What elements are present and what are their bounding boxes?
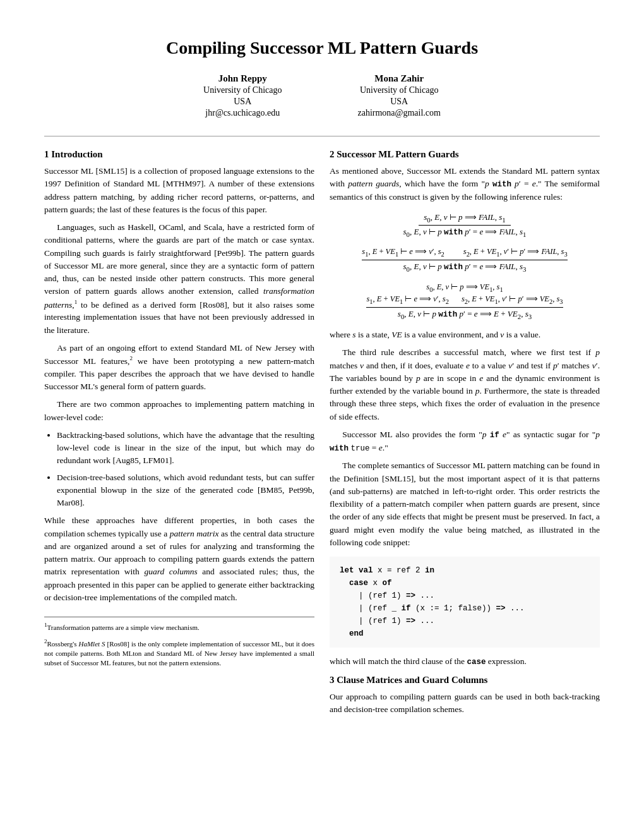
left-column: 1 Introduction Successor ML [SML15] is a… [44, 149, 314, 721]
bullets-list: Backtracking-based solutions, which have… [57, 429, 314, 510]
author-1-country: USA [203, 97, 282, 107]
footnote-1: 1Transformation patterns are a simple vi… [44, 621, 314, 632]
section1-heading: 1 Introduction [44, 149, 314, 160]
author-1-name: John Reppy [203, 73, 282, 84]
section2-para-third-rule: The third rule describes a successful ma… [330, 346, 600, 423]
section2-heading: 2 Successor ML Pattern Guards [330, 149, 600, 160]
rule-3-conclusion: s0, E, v ⊢ p with p′ = e ⟹ E + VE2, s3 [393, 309, 537, 320]
section3-block: 3 Clause Matrices and Guard Columns Our … [330, 675, 600, 716]
section1-para-4: There are two common approaches to imple… [44, 398, 314, 424]
author-1: John Reppy University of Chicago USA jhr… [203, 73, 282, 118]
rule-3-premise-b: s1, E + VE1 ⊢ e ⟹ v′, s2 [366, 294, 448, 305]
rule-1: s0, E, v ⊢ p ⟹ FAIL, s1 s0, E, v ⊢ p wit… [398, 212, 532, 238]
rule-3-premise-c: s2, E + VE1, v′ ⊢ p′ ⟹ VE2, s3 [462, 294, 563, 305]
footnote-2: 2Rossberg's HaMlet S [Ros08] is the only… [44, 638, 314, 668]
rule-2: s1, E + VE1 ⊢ e ⟹ v′, s2 s2, E + VE1, v′… [362, 246, 567, 272]
section3-heading: 3 Clause Matrices and Guard Columns [330, 675, 600, 686]
author-2: Mona Zahir University of Chicago USA zah… [357, 73, 440, 118]
page-title: Compiling Successor ML Pattern Guards [44, 38, 600, 58]
section1-para-1: Successor ML [SML15] is a collection of … [44, 165, 314, 216]
rule-3: s0, E, v ⊢ p ⟹ VE1, s1 s1, E + VE1 ⊢ e ⟹… [366, 282, 563, 320]
section2-para-after-code: which will match the third clause of the… [330, 655, 600, 668]
rule-2-premise-b: s2, E + VE1, v′ ⊢ p′ ⟹ FAIL, s3 [463, 246, 568, 258]
rule-2-premises: s1, E + VE1 ⊢ e ⟹ v′, s2 s2, E + VE1, v′… [362, 246, 567, 260]
right-column: 2 Successor ML Pattern Guards As mention… [330, 149, 600, 721]
section2-para-semantics: The complete semantics of Successor ML p… [330, 459, 600, 549]
rule-3-premise-a: s0, E, v ⊢ p ⟹ VE1, s1 [426, 282, 503, 293]
authors-block: John Reppy University of Chicago USA jhr… [44, 73, 600, 118]
bullet-2: Decision-tree-based solutions, which avo… [57, 471, 314, 510]
code-snippet: let val x = ref 2 in case x of | (ref 1)… [330, 557, 600, 648]
rule-1-premise: s0, E, v ⊢ p ⟹ FAIL, s1 [419, 212, 510, 226]
author-1-email: jhr@cs.uchicago.edu [203, 108, 282, 118]
author-2-country: USA [357, 97, 440, 107]
inference-rules: s0, E, v ⊢ p ⟹ FAIL, s1 s0, E, v ⊢ p wit… [330, 212, 600, 320]
section2-para-sugar: Successor ML also provides the form "p i… [330, 428, 600, 455]
main-content: 1 Introduction Successor ML [SML15] is a… [44, 149, 600, 721]
author-2-email: zahirmona@gmail.com [357, 108, 440, 118]
section3-para: Our approach to compiling pattern guards… [330, 691, 600, 716]
divider [44, 136, 600, 136]
author-2-name: Mona Zahir [357, 73, 440, 84]
section1-para-5: While these approaches have different pr… [44, 514, 314, 604]
rule-2-conclusion: s0, E, v ⊢ p with p′ = e ⟹ FAIL, s3 [398, 262, 532, 273]
section2-para-1: As mentioned above, Successor ML extends… [330, 165, 600, 203]
author-2-affiliation: University of Chicago [357, 85, 440, 95]
section2-para-where: where s is a state, VE is a value enviro… [330, 329, 600, 341]
rule-2-premise-a: s1, E + VE1 ⊢ e ⟹ v′, s2 [362, 246, 444, 258]
author-1-affiliation: University of Chicago [203, 85, 282, 95]
section1-para-2: Languages, such as Haskell, OCaml, and S… [44, 221, 314, 337]
rule-1-conclusion: s0, E, v ⊢ p with p′ = e ⟹ FAIL, s1 [398, 227, 532, 238]
footnotes: 1Transformation patterns are a simple vi… [44, 617, 314, 668]
bullet-1: Backtracking-based solutions, which have… [57, 429, 314, 468]
section1-para-3: As part of an ongoing effort to extend S… [44, 342, 314, 394]
